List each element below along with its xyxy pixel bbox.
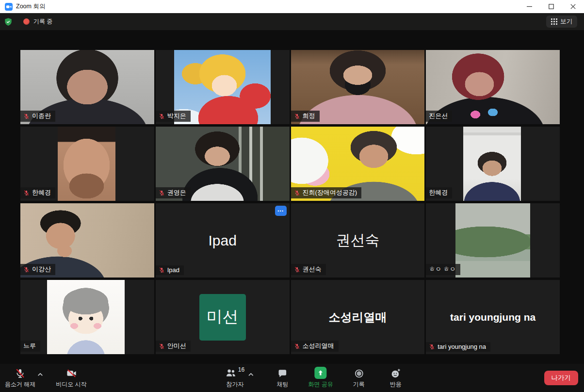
participant-name-label: 한혜경 (426, 187, 452, 198)
participant-name: 소성리열매 (303, 342, 334, 350)
participant-name-label: 권영은 (156, 187, 191, 198)
minimize-button[interactable] (519, 0, 540, 13)
meeting-toolbar: 음소거 해제 비디오 시작 16 참가자 채팅 (0, 364, 584, 392)
view-button[interactable]: 보기 (546, 16, 577, 28)
view-label: 보기 (560, 17, 572, 26)
participant-name-label: 진은선 (426, 111, 452, 122)
security-shield-icon[interactable] (4, 17, 13, 26)
record-label: 기록 (353, 380, 365, 389)
participant-tile[interactable]: 느루 (20, 280, 154, 354)
muted-mic-icon (23, 190, 30, 196)
share-screen-button[interactable]: 화면 공유 (308, 367, 333, 389)
audio-options-chevron[interactable] (36, 371, 44, 378)
participant-name: 진희(장애여성공감) (303, 188, 357, 197)
participant-tile[interactable]: 이종란 (20, 50, 154, 124)
participants-button[interactable]: 16 참가자 (224, 367, 246, 389)
record-button[interactable]: 기록 (348, 367, 370, 389)
participant-tile[interactable]: 소성리열매 소성리열매 (291, 280, 425, 354)
chat-label: 채팅 (276, 380, 288, 389)
gallery-grid-icon (551, 18, 557, 25)
participant-tile[interactable]: ㅎㅇ ㅎㅇ (426, 203, 560, 278)
muted-mic-icon (159, 267, 165, 273)
participant-name: 진은선 (429, 112, 448, 120)
participant-tile[interactable]: 권영은 (156, 127, 290, 201)
recording-label: 기록 중 (33, 17, 52, 26)
muted-mic-icon (429, 343, 435, 350)
participant-name-label: 소성리열매 (291, 341, 339, 352)
more-options-badge-icon[interactable]: ⋯ (275, 206, 287, 216)
video-grid: 이종란 박지은 희정 진은선 한혜경 권영은 (20, 50, 560, 354)
share-screen-icon (315, 367, 327, 379)
participant-name: 한혜경 (429, 188, 448, 197)
participant-name-label: 희정 (291, 111, 320, 122)
participant-name: Ipad (167, 266, 179, 274)
participant-name-label: tari youngjung na (426, 342, 490, 352)
muted-mic-icon (159, 113, 165, 119)
participant-name-label: 한혜경 (20, 187, 55, 198)
camera-off-icon (66, 368, 77, 379)
window-title: Zoom 회의 (16, 2, 45, 11)
recording-indicator[interactable]: 기록 중 (23, 17, 52, 26)
participant-name: 희정 (303, 112, 315, 120)
muted-mic-icon (294, 113, 300, 119)
participant-tile[interactable]: 한혜경 (20, 127, 154, 201)
reactions-button[interactable]: 반응 (385, 367, 407, 389)
participants-options-chevron[interactable] (247, 371, 255, 378)
share-screen-label: 화면 공유 (308, 380, 333, 389)
participant-tile[interactable]: 이강산 (20, 203, 154, 278)
participant-name-label: 박지은 (156, 111, 191, 122)
participant-name: 이강산 (32, 265, 51, 274)
reactions-label: 반응 (390, 380, 402, 389)
participant-tile[interactable]: Ipad ⋯ Ipad (156, 203, 290, 278)
participant-name-label: ㅎㅇ ㅎㅇ (426, 264, 460, 275)
window-title-bar: Zoom 회의 (0, 0, 584, 13)
chat-icon (277, 368, 288, 379)
participant-name-label: 이종란 (20, 111, 55, 122)
participant-name: 권선숙 (303, 265, 322, 274)
participant-name: 박지은 (167, 112, 186, 120)
participants-label: 참가자 (226, 380, 243, 389)
participant-name: 권영은 (167, 188, 186, 197)
muted-mic-icon (294, 190, 300, 196)
video-feed (47, 280, 125, 354)
muted-mic-icon (294, 266, 300, 273)
video-feed (455, 203, 530, 278)
participants-count-badge: 16 (238, 366, 244, 373)
leave-meeting-button[interactable]: 나가기 (544, 371, 579, 385)
participant-tile[interactable]: 미선 안미선 (156, 280, 290, 354)
participant-tile[interactable]: 희정 (291, 50, 425, 124)
participant-name: ㅎㅇ ㅎㅇ (429, 265, 456, 274)
start-video-button[interactable]: 비디오 시작 (56, 367, 86, 389)
muted-mic-icon (23, 266, 30, 273)
muted-mic-icon (159, 343, 165, 349)
participant-tile-active-speaker[interactable]: 진은선 (426, 50, 560, 124)
reactions-smiley-icon (390, 368, 401, 379)
unmute-label: 음소거 해제 (5, 380, 35, 389)
participant-tile[interactable]: 박지은 (156, 50, 290, 124)
participant-name: tari youngjung na (438, 343, 486, 350)
start-video-label: 비디오 시작 (56, 380, 86, 389)
video-feed (463, 127, 521, 201)
participant-tile[interactable]: 한혜경 (426, 127, 560, 201)
participant-tile[interactable]: 권선숙 권선숙 (291, 203, 425, 278)
video-feed (58, 127, 115, 201)
participant-name-label: 이강산 (20, 264, 55, 275)
participant-name-label: Ipad (156, 265, 184, 275)
chat-button[interactable]: 채팅 (271, 367, 293, 389)
maximize-button[interactable] (540, 0, 562, 13)
participant-name-label: 권선숙 (291, 264, 326, 275)
close-button[interactable] (562, 0, 584, 13)
participant-avatar: 미선 (199, 294, 246, 341)
participant-name: 한혜경 (32, 188, 51, 197)
muted-mic-icon (294, 343, 300, 349)
participant-name-label: 느루 (20, 341, 40, 352)
muted-mic-icon (159, 190, 165, 196)
participant-tile[interactable]: tari youngjung na tari youngjung na (426, 280, 560, 354)
unmute-button[interactable]: 음소거 해제 (5, 367, 35, 389)
participant-name-label: 안미선 (156, 341, 191, 352)
participant-tile[interactable]: 진희(장애여성공감) (291, 127, 425, 201)
participant-name: 이종란 (32, 112, 51, 120)
participants-icon (226, 367, 237, 378)
zoom-logo-icon (5, 3, 13, 11)
mic-muted-icon (15, 368, 26, 379)
